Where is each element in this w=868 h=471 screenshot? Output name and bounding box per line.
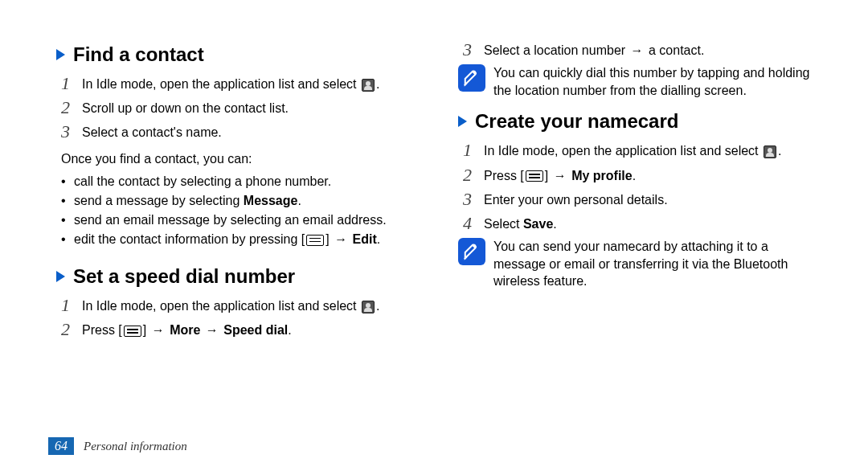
step-item: 3 Select a location number → a contact. xyxy=(463,40,820,59)
step-text: Enter your own personal details. xyxy=(484,190,820,209)
step-item: 2 Scroll up or down on the contact list. xyxy=(61,98,418,117)
step-text: Select a location number → a contact. xyxy=(484,40,820,59)
paragraph: Once you find a contact, you can: xyxy=(61,150,418,168)
step-number: 1 xyxy=(61,296,82,315)
step-number: 3 xyxy=(463,190,484,209)
find-contact-steps: 1 In Idle mode, open the application lis… xyxy=(61,74,418,142)
bullet-item: call the contact by selecting a phone nu… xyxy=(61,172,418,191)
menu-icon xyxy=(526,170,543,182)
step-item: 1 In Idle mode, open the application lis… xyxy=(61,296,418,315)
step-number: 2 xyxy=(463,166,484,185)
step-number: 3 xyxy=(61,122,82,141)
step-number: 2 xyxy=(61,98,82,117)
step-item: 1 In Idle mode, open the application lis… xyxy=(463,141,820,160)
note-icon xyxy=(458,238,485,265)
note-text: You can quickly dial this number by tapp… xyxy=(493,64,820,99)
step-text: Press [] → More → Speed dial. xyxy=(82,320,418,339)
step-item: 3 Select a contact's name. xyxy=(61,122,418,141)
step-text: Select Save. xyxy=(484,214,820,233)
note-block: You can send your namecard by attaching … xyxy=(458,238,820,290)
step-number: 3 xyxy=(463,40,484,59)
step-number: 1 xyxy=(463,141,484,160)
note-text: You can send your namecard by attaching … xyxy=(493,238,820,290)
menu-icon xyxy=(124,326,141,337)
step-text: In Idle mode, open the application list … xyxy=(82,296,418,315)
step-number: 4 xyxy=(463,214,484,233)
page-number: 64 xyxy=(48,437,74,455)
contacts-icon xyxy=(362,301,375,313)
chevron-icon xyxy=(56,271,65,282)
bullet-item: send a message by selecting Message. xyxy=(61,191,418,211)
page-columns: Find a contact 1 In Idle mode, open the … xyxy=(56,40,820,426)
menu-icon xyxy=(306,235,324,246)
note-icon xyxy=(458,64,485,92)
section-title: Create your namecard xyxy=(475,110,678,133)
contacts-icon xyxy=(764,145,776,158)
section-speed-dial: Set a speed dial number xyxy=(56,265,418,288)
step-item: 1 In Idle mode, open the application lis… xyxy=(61,74,418,93)
section-namecard: Create your namecard xyxy=(458,110,820,133)
step-text: In Idle mode, open the application list … xyxy=(484,141,820,160)
step-item: 2 Press [] → More → Speed dial. xyxy=(61,320,418,339)
bullet-item: send an email message by selecting an em… xyxy=(61,211,418,230)
chevron-icon xyxy=(56,49,65,60)
note-block: You can quickly dial this number by tapp… xyxy=(458,64,820,99)
section-title: Find a contact xyxy=(73,43,204,66)
right-column: 3 Select a location number → a contact. … xyxy=(458,40,820,426)
step-text: Scroll up or down on the contact list. xyxy=(82,98,418,117)
section-title: Set a speed dial number xyxy=(73,265,295,288)
chevron-icon xyxy=(458,116,467,127)
section-find-contact: Find a contact xyxy=(56,43,418,66)
step-item: 3 Enter your own personal details. xyxy=(463,190,820,209)
speed-dial-steps: 1 In Idle mode, open the application lis… xyxy=(61,296,418,339)
bullet-item: edit the contact information by pressing… xyxy=(61,230,418,249)
step-number: 2 xyxy=(61,320,82,339)
namecard-steps: 1 In Idle mode, open the application lis… xyxy=(463,141,820,233)
footer-section-label: Personal information xyxy=(84,440,187,453)
step-number: 1 xyxy=(61,74,82,93)
step-text: Press [] → My profile. xyxy=(484,166,820,185)
page-footer: 64 Personal information xyxy=(48,437,187,455)
left-column: Find a contact 1 In Idle mode, open the … xyxy=(56,40,418,426)
step-item: 2 Press [] → My profile. xyxy=(463,166,820,185)
find-contact-bullets: call the contact by selecting a phone nu… xyxy=(61,172,418,249)
step-text: Select a contact's name. xyxy=(82,122,418,141)
step-item: 4 Select Save. xyxy=(463,214,820,233)
contacts-icon xyxy=(362,79,375,92)
step-text: In Idle mode, open the application list … xyxy=(82,74,418,93)
speed-dial-steps-cont: 3 Select a location number → a contact. xyxy=(463,40,820,59)
